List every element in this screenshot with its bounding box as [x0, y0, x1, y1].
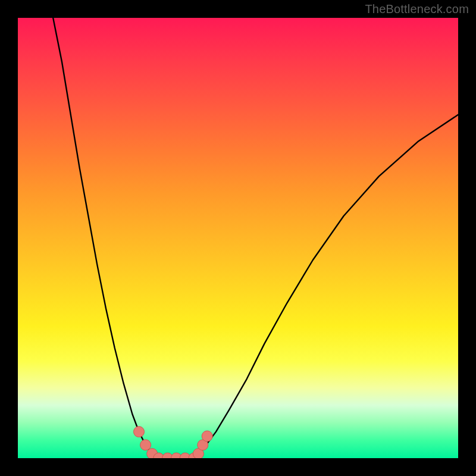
- curve-marker: [202, 431, 212, 441]
- outer-frame: TheBottleneck.com: [0, 0, 476, 476]
- bottleneck-curve: [53, 18, 458, 458]
- watermark-text: TheBottleneck.com: [365, 2, 469, 16]
- curve-path: [53, 18, 458, 458]
- curve-layer: [18, 18, 458, 458]
- curve-marker: [140, 440, 151, 450]
- plot-area: [18, 18, 458, 458]
- curve-markers: [134, 427, 213, 458]
- curve-marker: [134, 427, 145, 437]
